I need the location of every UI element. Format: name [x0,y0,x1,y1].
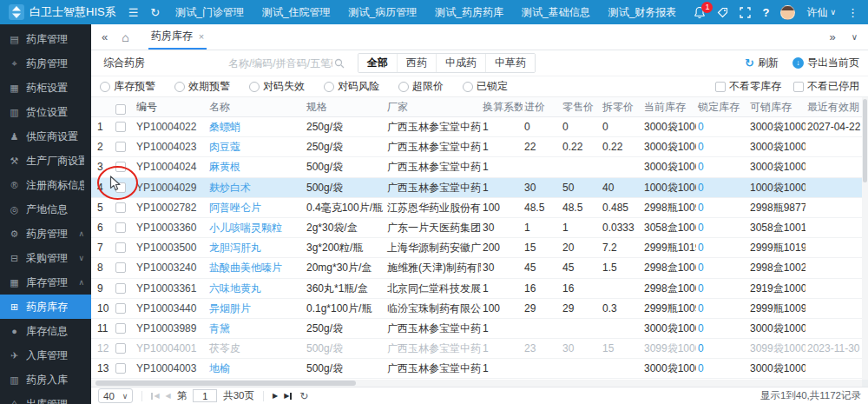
drug-name-link[interactable]: 肉豆蔻 [209,141,240,153]
checkbox-filter[interactable]: 不看已停用 [793,79,859,94]
type-filter-西药[interactable]: 西药 [397,54,436,72]
refresh-button[interactable]: ↻ 刷新 [745,56,779,70]
row-checkbox[interactable] [115,222,126,233]
table-row[interactable]: 11YP10003989青黛250g/袋广西玉林参宝堂中药饮片有...13000… [91,319,868,339]
next-page-button[interactable]: ▶ [273,392,278,400]
tab-pharmacy-inventory[interactable]: 药房库存 × [148,24,207,50]
table-row[interactable]: 6YP10003360小儿咳喘灵颗粒2g*30袋/盒广东一片天医药集团制药有..… [91,218,868,238]
topbar-tab[interactable]: 测试_门诊管理 [175,5,244,20]
row-checkbox[interactable] [115,122,126,132]
table-row[interactable]: 8YP10003240盐酸曲美他嗪片20mg*30片/盒施维雅(天津)制药有限公… [91,258,868,278]
tabs-forward-chevron-icon[interactable]: » [829,30,835,43]
table-row[interactable]: 3YP10004024麻黄根500g/袋广西玉林参宝堂中药饮片有...13000… [91,157,868,177]
drug-name-link[interactable]: 阿普唑仑片 [209,202,261,214]
topbar-tab[interactable]: 测试_病历管理 [349,5,418,20]
topbar-tab[interactable]: 测试_财务报表 [608,5,677,20]
row-checkbox[interactable] [115,162,126,172]
drug-name-link[interactable]: 地榆 [209,362,230,374]
table-row[interactable]: 12YP10004001茯苓皮500g/袋广西玉林参宝堂中药饮片有...1233… [91,339,868,359]
page-number-input[interactable] [193,389,217,402]
topbar-tab[interactable]: 测试_基础信息 [522,5,590,20]
table-row[interactable]: 4YP10004029麸炒白术500g/袋广西玉林参宝堂中药饮片有...1305… [91,178,868,198]
horizontal-scrollbar[interactable] [91,380,862,387]
table-row[interactable]: 2YP10004023肉豆蔻250g/袋广西玉林参宝堂中药饮片有...1220.… [91,137,868,157]
radio-filter[interactable]: 库存预警 [100,79,155,94]
tabs-back-chevron-icon[interactable]: « [102,30,108,43]
search-icon[interactable] [334,58,345,69]
sidebar-item-manufacturer-settings[interactable]: ⚒生产厂商设置 [0,149,91,173]
radio-filter[interactable]: 超限价 [398,79,444,94]
page-size-select[interactable]: 40 ∨ [98,388,133,403]
last-page-button[interactable]: ▶ [284,392,292,400]
fullscreen-icon[interactable] [740,7,751,18]
drug-name-link[interactable]: 麻黄根 [209,161,240,173]
vertical-scrollbar[interactable] [862,97,868,380]
sidebar-item-trademark-info[interactable]: ®注册商标信息 [0,173,91,197]
drug-name-link[interactable]: 异烟肼片 [209,302,251,315]
row-checkbox[interactable] [115,182,126,193]
drug-name-link[interactable]: 盐酸曲美他嗪片 [209,262,282,274]
home-icon[interactable]: ⌂ [122,30,128,44]
close-icon[interactable]: × [199,31,204,42]
radio-filter[interactable]: 效期预警 [174,79,230,94]
pharmacy-select[interactable]: 综合药房 [100,56,195,70]
row-checkbox[interactable] [115,283,126,294]
vertical-scrollbar-thumb[interactable] [863,99,867,182]
prev-page-button[interactable]: ◀ [166,392,171,400]
sidebar-item-inventory-info[interactable]: ●库存信息 [0,319,91,343]
table-row[interactable]: 9YP10003361六味地黄丸360丸*1瓶/盒北京同仁堂科技发展股份有...… [91,279,868,299]
horizontal-scrollbar-thumb[interactable] [95,381,356,386]
sidebar-collapse-icon[interactable]: ☰ [128,6,139,19]
sidebar-item-inventory-management[interactable]: ▦库存管理∧ [0,270,91,295]
checkbox-filter[interactable]: 不看零库存 [715,79,781,94]
radio-filter[interactable]: 已锁定 [463,79,508,94]
sidebar-item-depot-management[interactable]: ▤药库管理 [0,27,91,51]
table-row[interactable]: 10YP10003440异烟肼片0.1g*100片/瓶临汾宝珠制药有限公司100… [91,299,868,319]
row-checkbox[interactable] [115,343,126,354]
table-row[interactable]: 5YP10002782阿普唑仑片0.4毫克100片/瓶江苏恩华药业股份有限公司1… [91,198,868,218]
export-page-button[interactable]: ↓ 导出当前页 [792,56,859,70]
row-checkbox[interactable] [115,323,126,334]
table-row[interactable]: 7YP10003500龙胆泻肝丸3g*200粒/瓶上海华源制药安徽广生药业...… [91,238,868,258]
sidebar-item-inbound-management[interactable]: ✈入库管理 [0,343,91,368]
drug-name-link[interactable]: 茯苓皮 [209,342,240,354]
select-all-checkbox[interactable] [115,104,126,115]
drug-name-link[interactable]: 龙胆泻肝丸 [209,242,261,254]
first-page-button[interactable]: ◀ [151,392,159,400]
row-checkbox[interactable] [115,303,126,314]
sidebar-item-pharmacy-management[interactable]: ⌖药房管理 [0,51,91,76]
sidebar-item-pharmacy-management-group[interactable]: ⚙药房管理∧ [0,222,91,246]
topbar-tab[interactable]: 测试_住院管理 [262,5,331,20]
reload-icon[interactable]: ↻ [299,390,308,402]
table-row[interactable]: 1YP10004022桑螵蛸250g/袋广西玉林参宝堂中药饮片有...10003… [91,117,868,137]
type-filter-全部[interactable]: 全部 [358,54,397,72]
radio-filter[interactable]: 对码失效 [249,79,305,94]
sidebar-item-shelf-settings[interactable]: ▥货位设置 [0,100,91,124]
avatar[interactable] [780,5,795,20]
row-checkbox[interactable] [115,262,126,273]
topbar-tab[interactable]: 测试_药房药库 [435,5,503,20]
row-checkbox[interactable] [115,142,126,152]
sidebar-item-supplier-settings[interactable]: ♟供应商设置 [0,124,91,149]
row-checkbox[interactable] [115,202,126,213]
help-icon[interactable]: ? [762,6,769,19]
tabs-menu-chevron-icon[interactable]: ∨ [852,32,858,42]
sidebar-item-pharmacy-inbound[interactable]: ▥药房入库 [0,368,91,392]
drug-name-link[interactable]: 麸炒白术 [209,182,251,194]
radio-filter[interactable]: 对码风险 [324,79,379,94]
user-menu[interactable]: 许仙 ∨ [806,5,836,20]
type-filter-中草药[interactable]: 中草药 [485,54,535,72]
row-checkbox[interactable] [115,363,126,374]
sidebar-item-origin-info[interactable]: ◎产地信息 [0,197,91,222]
table-row[interactable]: 13YP10004003地榆500g/袋广西玉林参宝堂中药饮片有...13000… [91,359,868,379]
row-checkbox[interactable] [115,242,126,253]
more-menu-icon[interactable]: ⋮ [847,6,859,19]
topbar-refresh-icon[interactable]: ↻ [150,6,160,19]
drug-name-link[interactable]: 青黛 [209,322,230,334]
notifications-button[interactable]: 1 [694,6,706,19]
sidebar-item-purchase-management[interactable]: ⊟采购管理∨ [0,246,91,270]
search-input[interactable] [228,57,332,70]
sidebar-item-outbound-management[interactable]: ◊出库管理 [0,392,91,404]
drug-name-link[interactable]: 六味地黄丸 [209,282,261,295]
drug-name-link[interactable]: 桑螵蛸 [209,121,240,133]
